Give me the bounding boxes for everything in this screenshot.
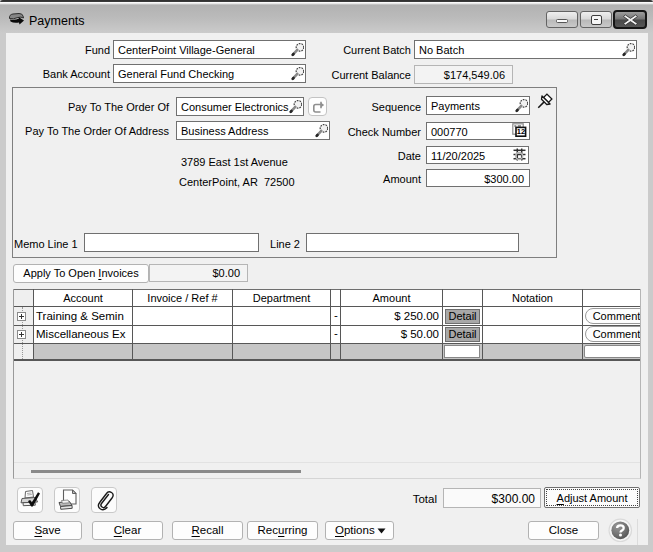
svg-text:12: 12 [517, 127, 525, 136]
